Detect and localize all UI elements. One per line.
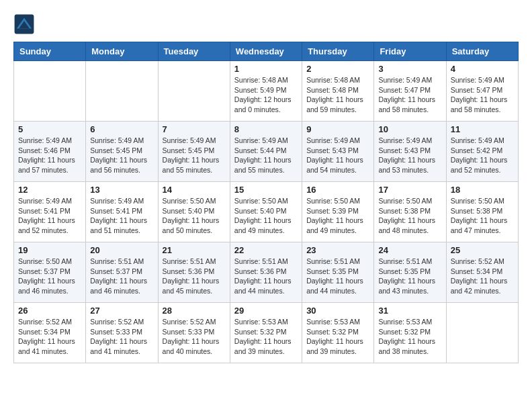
cell-info: Sunrise: 5:49 AM Sunset: 5:41 PM Dayligh… <box>90 196 153 236</box>
day-number: 8 <box>234 124 298 134</box>
calendar-table: SundayMondayTuesdayWednesdayThursdayFrid… <box>13 42 519 363</box>
cell-info: Sunrise: 5:53 AM Sunset: 5:32 PM Dayligh… <box>378 317 441 357</box>
week-row-3: 12Sunrise: 5:49 AM Sunset: 5:41 PM Dayli… <box>14 182 519 242</box>
cell-info: Sunrise: 5:51 AM Sunset: 5:35 PM Dayligh… <box>306 257 369 296</box>
cell-info: Sunrise: 5:53 AM Sunset: 5:32 PM Dayligh… <box>306 317 369 357</box>
day-number: 6 <box>90 124 153 134</box>
day-number: 18 <box>451 185 514 195</box>
day-number: 3 <box>378 64 441 74</box>
day-number: 29 <box>234 306 298 316</box>
weekday-sunday: Sunday <box>14 42 86 61</box>
day-number: 21 <box>163 245 226 255</box>
calendar-cell <box>446 303 518 363</box>
cell-info: Sunrise: 5:49 AM Sunset: 5:45 PM Dayligh… <box>90 136 153 175</box>
cell-info: Sunrise: 5:48 AM Sunset: 5:48 PM Dayligh… <box>306 75 369 115</box>
day-number: 27 <box>90 306 153 316</box>
day-number: 28 <box>163 306 226 316</box>
calendar-cell: 14Sunrise: 5:50 AM Sunset: 5:40 PM Dayli… <box>158 182 230 242</box>
day-number: 19 <box>18 245 81 255</box>
cell-info: Sunrise: 5:49 AM Sunset: 5:43 PM Dayligh… <box>378 136 441 175</box>
day-number: 15 <box>234 185 298 195</box>
day-number: 12 <box>18 185 81 195</box>
week-row-4: 19Sunrise: 5:50 AM Sunset: 5:37 PM Dayli… <box>14 242 519 303</box>
day-number: 31 <box>378 306 441 316</box>
calendar-cell: 11Sunrise: 5:49 AM Sunset: 5:42 PM Dayli… <box>446 122 518 182</box>
day-number: 22 <box>234 245 298 255</box>
calendar-cell: 12Sunrise: 5:49 AM Sunset: 5:41 PM Dayli… <box>14 182 86 242</box>
day-number: 9 <box>306 124 369 134</box>
page-header <box>13 13 519 35</box>
calendar-cell: 24Sunrise: 5:51 AM Sunset: 5:35 PM Dayli… <box>374 242 446 303</box>
cell-info: Sunrise: 5:51 AM Sunset: 5:35 PM Dayligh… <box>378 257 441 296</box>
calendar-cell: 28Sunrise: 5:52 AM Sunset: 5:33 PM Dayli… <box>158 303 230 363</box>
week-row-5: 26Sunrise: 5:52 AM Sunset: 5:34 PM Dayli… <box>14 303 519 363</box>
day-number: 11 <box>451 124 514 134</box>
cell-info: Sunrise: 5:52 AM Sunset: 5:33 PM Dayligh… <box>90 317 153 357</box>
cell-info: Sunrise: 5:51 AM Sunset: 5:36 PM Dayligh… <box>163 257 226 296</box>
day-number: 5 <box>18 124 81 134</box>
cell-info: Sunrise: 5:49 AM Sunset: 5:42 PM Dayligh… <box>451 136 514 175</box>
weekday-thursday: Thursday <box>302 42 374 61</box>
weekday-header-row: SundayMondayTuesdayWednesdayThursdayFrid… <box>14 42 519 61</box>
cell-info: Sunrise: 5:51 AM Sunset: 5:36 PM Dayligh… <box>234 257 298 296</box>
calendar-cell: 6Sunrise: 5:49 AM Sunset: 5:45 PM Daylig… <box>86 122 158 182</box>
logo-icon <box>13 13 35 35</box>
calendar-cell: 15Sunrise: 5:50 AM Sunset: 5:40 PM Dayli… <box>230 182 302 242</box>
cell-info: Sunrise: 5:50 AM Sunset: 5:40 PM Dayligh… <box>234 196 298 236</box>
day-number: 26 <box>18 306 81 316</box>
calendar-cell: 29Sunrise: 5:53 AM Sunset: 5:32 PM Dayli… <box>230 303 302 363</box>
calendar-cell: 30Sunrise: 5:53 AM Sunset: 5:32 PM Dayli… <box>302 303 374 363</box>
calendar-cell: 1Sunrise: 5:48 AM Sunset: 5:49 PM Daylig… <box>230 61 302 122</box>
calendar-cell: 18Sunrise: 5:50 AM Sunset: 5:38 PM Dayli… <box>446 182 518 242</box>
calendar-cell: 2Sunrise: 5:48 AM Sunset: 5:48 PM Daylig… <box>302 61 374 122</box>
calendar-cell: 17Sunrise: 5:50 AM Sunset: 5:38 PM Dayli… <box>374 182 446 242</box>
calendar-cell: 3Sunrise: 5:49 AM Sunset: 5:47 PM Daylig… <box>374 61 446 122</box>
day-number: 25 <box>451 245 514 255</box>
cell-info: Sunrise: 5:50 AM Sunset: 5:38 PM Dayligh… <box>451 196 514 236</box>
calendar-cell: 25Sunrise: 5:52 AM Sunset: 5:34 PM Dayli… <box>446 242 518 303</box>
calendar-cell: 31Sunrise: 5:53 AM Sunset: 5:32 PM Dayli… <box>374 303 446 363</box>
calendar-body: 1Sunrise: 5:48 AM Sunset: 5:49 PM Daylig… <box>14 61 519 363</box>
day-number: 30 <box>306 306 369 316</box>
weekday-wednesday: Wednesday <box>230 42 302 61</box>
weekday-saturday: Saturday <box>446 42 518 61</box>
day-number: 24 <box>378 245 441 255</box>
calendar-cell: 23Sunrise: 5:51 AM Sunset: 5:35 PM Dayli… <box>302 242 374 303</box>
cell-info: Sunrise: 5:49 AM Sunset: 5:45 PM Dayligh… <box>163 136 226 175</box>
day-number: 1 <box>234 64 298 74</box>
cell-info: Sunrise: 5:53 AM Sunset: 5:32 PM Dayligh… <box>234 317 298 357</box>
cell-info: Sunrise: 5:50 AM Sunset: 5:37 PM Dayligh… <box>18 257 81 296</box>
weekday-tuesday: Tuesday <box>158 42 230 61</box>
calendar-cell: 5Sunrise: 5:49 AM Sunset: 5:46 PM Daylig… <box>14 122 86 182</box>
calendar-cell: 16Sunrise: 5:50 AM Sunset: 5:39 PM Dayli… <box>302 182 374 242</box>
calendar-cell: 10Sunrise: 5:49 AM Sunset: 5:43 PM Dayli… <box>374 122 446 182</box>
day-number: 14 <box>163 185 226 195</box>
calendar-cell <box>14 61 86 122</box>
calendar-cell: 4Sunrise: 5:49 AM Sunset: 5:47 PM Daylig… <box>446 61 518 122</box>
week-row-1: 1Sunrise: 5:48 AM Sunset: 5:49 PM Daylig… <box>14 61 519 122</box>
day-number: 10 <box>378 124 441 134</box>
day-number: 20 <box>90 245 153 255</box>
day-number: 13 <box>90 185 153 195</box>
calendar-cell: 22Sunrise: 5:51 AM Sunset: 5:36 PM Dayli… <box>230 242 302 303</box>
calendar-cell: 27Sunrise: 5:52 AM Sunset: 5:33 PM Dayli… <box>86 303 158 363</box>
weekday-monday: Monday <box>86 42 158 61</box>
cell-info: Sunrise: 5:49 AM Sunset: 5:44 PM Dayligh… <box>234 136 298 175</box>
calendar-cell: 26Sunrise: 5:52 AM Sunset: 5:34 PM Dayli… <box>14 303 86 363</box>
calendar-cell: 20Sunrise: 5:51 AM Sunset: 5:37 PM Dayli… <box>86 242 158 303</box>
cell-info: Sunrise: 5:50 AM Sunset: 5:40 PM Dayligh… <box>163 196 226 236</box>
calendar-cell: 8Sunrise: 5:49 AM Sunset: 5:44 PM Daylig… <box>230 122 302 182</box>
cell-info: Sunrise: 5:49 AM Sunset: 5:43 PM Dayligh… <box>306 136 369 175</box>
cell-info: Sunrise: 5:51 AM Sunset: 5:37 PM Dayligh… <box>90 257 153 296</box>
day-number: 7 <box>163 124 226 134</box>
weekday-friday: Friday <box>374 42 446 61</box>
calendar-cell <box>158 61 230 122</box>
cell-info: Sunrise: 5:50 AM Sunset: 5:39 PM Dayligh… <box>306 196 369 236</box>
week-row-2: 5Sunrise: 5:49 AM Sunset: 5:46 PM Daylig… <box>14 122 519 182</box>
day-number: 16 <box>306 185 369 195</box>
day-number: 23 <box>306 245 369 255</box>
logo <box>13 13 38 35</box>
cell-info: Sunrise: 5:48 AM Sunset: 5:49 PM Dayligh… <box>234 75 298 115</box>
cell-info: Sunrise: 5:52 AM Sunset: 5:33 PM Dayligh… <box>163 317 226 357</box>
cell-info: Sunrise: 5:49 AM Sunset: 5:47 PM Dayligh… <box>451 75 514 115</box>
